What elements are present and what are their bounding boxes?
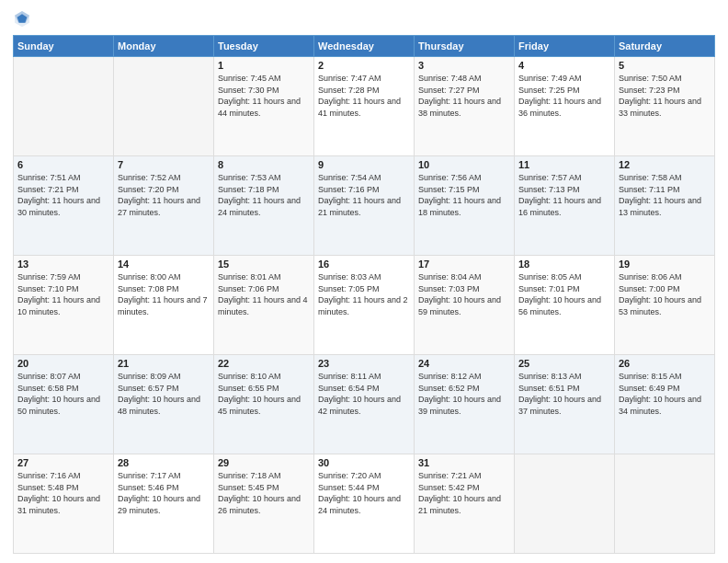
day-info: Sunrise: 8:01 AM Sunset: 7:06 PM Dayligh…: [218, 271, 310, 317]
day-number: 2: [318, 60, 410, 71]
calendar-cell: 10Sunrise: 7:56 AM Sunset: 7:15 PM Dayli…: [415, 156, 515, 256]
day-number: 7: [118, 159, 210, 170]
day-number: 11: [518, 159, 610, 170]
day-info: Sunrise: 7:56 AM Sunset: 7:15 PM Dayligh…: [418, 172, 510, 218]
day-number: 27: [17, 457, 109, 468]
calendar-week-row: 20Sunrise: 8:07 AM Sunset: 6:58 PM Dayli…: [14, 355, 715, 454]
calendar-cell: 26Sunrise: 8:15 AM Sunset: 6:49 PM Dayli…: [615, 355, 715, 454]
day-info: Sunrise: 7:48 AM Sunset: 7:27 PM Dayligh…: [418, 73, 510, 119]
day-number: 21: [118, 358, 210, 369]
day-number: 17: [418, 259, 510, 270]
calendar-cell: 19Sunrise: 8:06 AM Sunset: 7:00 PM Dayli…: [615, 256, 715, 355]
calendar-cell: [615, 454, 715, 554]
day-info: Sunrise: 8:11 AM Sunset: 6:54 PM Dayligh…: [318, 371, 410, 417]
day-info: Sunrise: 8:05 AM Sunset: 7:01 PM Dayligh…: [518, 271, 610, 317]
day-number: 10: [418, 159, 510, 170]
day-info: Sunrise: 7:54 AM Sunset: 7:16 PM Dayligh…: [318, 172, 410, 218]
calendar-cell: 28Sunrise: 7:17 AM Sunset: 5:46 PM Dayli…: [114, 454, 214, 554]
day-info: Sunrise: 7:17 AM Sunset: 5:46 PM Dayligh…: [118, 470, 210, 516]
calendar-cell: 4Sunrise: 7:49 AM Sunset: 7:25 PM Daylig…: [515, 57, 615, 156]
day-info: Sunrise: 8:07 AM Sunset: 6:58 PM Dayligh…: [17, 371, 109, 417]
calendar-cell: 9Sunrise: 7:54 AM Sunset: 7:16 PM Daylig…: [314, 156, 415, 256]
day-number: 22: [218, 358, 310, 369]
page: SundayMondayTuesdayWednesdayThursdayFrid…: [0, 0, 728, 563]
calendar-cell: 22Sunrise: 8:10 AM Sunset: 6:55 PM Dayli…: [214, 355, 314, 454]
day-info: Sunrise: 7:57 AM Sunset: 7:13 PM Dayligh…: [518, 172, 610, 218]
day-info: Sunrise: 7:20 AM Sunset: 5:44 PM Dayligh…: [318, 470, 410, 516]
day-number: 5: [619, 60, 711, 71]
day-number: 1: [218, 60, 310, 71]
calendar-cell: 30Sunrise: 7:20 AM Sunset: 5:44 PM Dayli…: [314, 454, 415, 554]
calendar-cell: 29Sunrise: 7:18 AM Sunset: 5:45 PM Dayli…: [214, 454, 314, 554]
calendar-week-row: 1Sunrise: 7:45 AM Sunset: 7:30 PM Daylig…: [14, 57, 715, 156]
day-info: Sunrise: 7:53 AM Sunset: 7:18 PM Dayligh…: [218, 172, 310, 218]
calendar-cell: 3Sunrise: 7:48 AM Sunset: 7:27 PM Daylig…: [415, 57, 515, 156]
calendar-cell: 24Sunrise: 8:12 AM Sunset: 6:52 PM Dayli…: [415, 355, 515, 454]
day-number: 3: [418, 60, 510, 71]
calendar-cell: 15Sunrise: 8:01 AM Sunset: 7:06 PM Dayli…: [214, 256, 314, 355]
day-info: Sunrise: 7:21 AM Sunset: 5:42 PM Dayligh…: [418, 470, 510, 516]
day-info: Sunrise: 7:45 AM Sunset: 7:30 PM Dayligh…: [218, 73, 310, 119]
calendar-table: SundayMondayTuesdayWednesdayThursdayFrid…: [13, 35, 715, 554]
calendar-cell: 13Sunrise: 7:59 AM Sunset: 7:10 PM Dayli…: [14, 256, 114, 355]
col-header-saturday: Saturday: [615, 36, 715, 57]
col-header-wednesday: Wednesday: [314, 36, 415, 57]
calendar-cell: 21Sunrise: 8:09 AM Sunset: 6:57 PM Dayli…: [114, 355, 214, 454]
calendar-cell: [515, 454, 615, 554]
day-number: 9: [318, 159, 410, 170]
col-header-thursday: Thursday: [415, 36, 515, 57]
calendar-week-row: 6Sunrise: 7:51 AM Sunset: 7:21 PM Daylig…: [14, 156, 715, 256]
col-header-friday: Friday: [515, 36, 615, 57]
calendar-cell: 17Sunrise: 8:04 AM Sunset: 7:03 PM Dayli…: [415, 256, 515, 355]
day-number: 12: [619, 159, 711, 170]
calendar-week-row: 13Sunrise: 7:59 AM Sunset: 7:10 PM Dayli…: [14, 256, 715, 355]
logo: [13, 9, 33, 28]
calendar-cell: 6Sunrise: 7:51 AM Sunset: 7:21 PM Daylig…: [14, 156, 114, 256]
day-number: 24: [418, 358, 510, 369]
day-number: 13: [17, 259, 109, 270]
calendar-cell: 11Sunrise: 7:57 AM Sunset: 7:13 PM Dayli…: [515, 156, 615, 256]
day-number: 8: [218, 159, 310, 170]
day-info: Sunrise: 8:12 AM Sunset: 6:52 PM Dayligh…: [418, 371, 510, 417]
calendar-cell: 27Sunrise: 7:16 AM Sunset: 5:48 PM Dayli…: [14, 454, 114, 554]
calendar-header-row: SundayMondayTuesdayWednesdayThursdayFrid…: [14, 36, 715, 57]
day-info: Sunrise: 7:58 AM Sunset: 7:11 PM Dayligh…: [619, 172, 711, 218]
day-info: Sunrise: 8:13 AM Sunset: 6:51 PM Dayligh…: [518, 371, 610, 417]
calendar-cell: [14, 57, 114, 156]
day-number: 18: [518, 259, 610, 270]
calendar-cell: 31Sunrise: 7:21 AM Sunset: 5:42 PM Dayli…: [415, 454, 515, 554]
day-number: 26: [619, 358, 711, 369]
day-info: Sunrise: 8:06 AM Sunset: 7:00 PM Dayligh…: [619, 271, 711, 317]
calendar-cell: 5Sunrise: 7:50 AM Sunset: 7:23 PM Daylig…: [615, 57, 715, 156]
calendar-cell: 18Sunrise: 8:05 AM Sunset: 7:01 PM Dayli…: [515, 256, 615, 355]
col-header-monday: Monday: [114, 36, 214, 57]
day-info: Sunrise: 8:10 AM Sunset: 6:55 PM Dayligh…: [218, 371, 310, 417]
day-number: 4: [518, 60, 610, 71]
day-number: 23: [318, 358, 410, 369]
col-header-tuesday: Tuesday: [214, 36, 314, 57]
day-number: 29: [218, 457, 310, 468]
calendar-cell: 12Sunrise: 7:58 AM Sunset: 7:11 PM Dayli…: [615, 156, 715, 256]
day-info: Sunrise: 8:00 AM Sunset: 7:08 PM Dayligh…: [118, 271, 210, 317]
header: [13, 9, 715, 28]
calendar-cell: 23Sunrise: 8:11 AM Sunset: 6:54 PM Dayli…: [314, 355, 415, 454]
day-number: 16: [318, 259, 410, 270]
day-info: Sunrise: 7:47 AM Sunset: 7:28 PM Dayligh…: [318, 73, 410, 119]
day-number: 25: [518, 358, 610, 369]
day-number: 30: [318, 457, 410, 468]
day-info: Sunrise: 7:51 AM Sunset: 7:21 PM Dayligh…: [17, 172, 109, 218]
day-info: Sunrise: 7:59 AM Sunset: 7:10 PM Dayligh…: [17, 271, 109, 317]
calendar-cell: 8Sunrise: 7:53 AM Sunset: 7:18 PM Daylig…: [214, 156, 314, 256]
day-number: 31: [418, 457, 510, 468]
day-info: Sunrise: 7:16 AM Sunset: 5:48 PM Dayligh…: [17, 470, 109, 516]
calendar-week-row: 27Sunrise: 7:16 AM Sunset: 5:48 PM Dayli…: [14, 454, 715, 554]
day-info: Sunrise: 7:18 AM Sunset: 5:45 PM Dayligh…: [218, 470, 310, 516]
day-number: 6: [17, 159, 109, 170]
day-info: Sunrise: 7:49 AM Sunset: 7:25 PM Dayligh…: [518, 73, 610, 119]
day-number: 20: [17, 358, 109, 369]
calendar-cell: 25Sunrise: 8:13 AM Sunset: 6:51 PM Dayli…: [515, 355, 615, 454]
day-number: 15: [218, 259, 310, 270]
day-info: Sunrise: 7:52 AM Sunset: 7:20 PM Dayligh…: [118, 172, 210, 218]
day-info: Sunrise: 8:04 AM Sunset: 7:03 PM Dayligh…: [418, 271, 510, 317]
calendar-cell: 2Sunrise: 7:47 AM Sunset: 7:28 PM Daylig…: [314, 57, 415, 156]
